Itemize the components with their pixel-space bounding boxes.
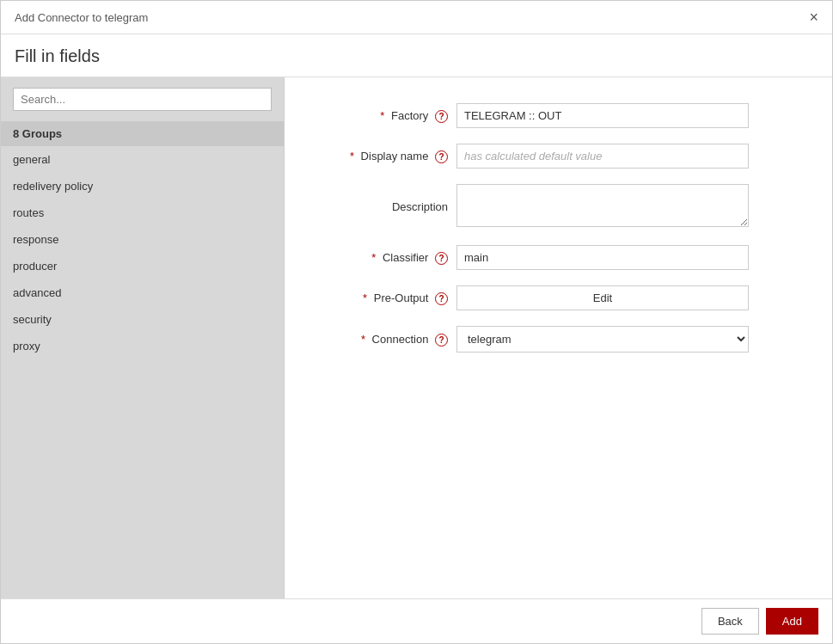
sidebar-item-proxy[interactable]: proxy: [1, 333, 284, 359]
factory-required-star: *: [380, 109, 384, 122]
classifier-help-icon[interactable]: ?: [435, 252, 448, 265]
modal-footer: Back Add: [1, 598, 832, 643]
sidebar-item-redelivery-policy[interactable]: redelivery policy: [1, 173, 284, 199]
factory-label: * Factory ?: [319, 109, 456, 123]
classifier-input[interactable]: [456, 245, 749, 270]
classifier-required-star: *: [371, 251, 376, 264]
connection-label: * Connection ?: [319, 333, 456, 347]
description-label: Description: [319, 200, 456, 213]
pre-output-required-star: *: [363, 291, 367, 304]
connection-control: telegram: [456, 326, 749, 353]
main-content: * Factory ? * Display name ?: [285, 77, 832, 598]
modal-body: 8 Groups general redelivery policy route…: [1, 77, 832, 598]
display-name-label: * Display name ?: [319, 150, 456, 163]
display-name-help-icon[interactable]: ?: [435, 150, 448, 163]
sidebar-item-security[interactable]: security: [1, 306, 284, 333]
description-row: Description: [319, 184, 798, 230]
page-title: Fill in fields: [15, 46, 818, 66]
pre-output-edit-button[interactable]: Edit: [456, 285, 749, 310]
pre-output-help-icon[interactable]: ?: [435, 292, 448, 305]
description-textarea[interactable]: [456, 184, 749, 227]
factory-control: [456, 103, 749, 128]
modal-container: Add Connector to telegram × Fill in fiel…: [0, 0, 833, 644]
connection-select[interactable]: telegram: [456, 326, 749, 353]
connection-row: * Connection ? telegram: [319, 326, 798, 353]
sidebar-item-producer[interactable]: producer: [1, 253, 284, 279]
sidebar-item-general[interactable]: general: [1, 146, 284, 173]
display-name-row: * Display name ?: [319, 144, 798, 169]
connection-help-icon[interactable]: ?: [435, 334, 448, 347]
factory-row: * Factory ?: [319, 103, 798, 128]
sidebar-item-advanced[interactable]: advanced: [1, 279, 284, 306]
sidebar-item-routes[interactable]: routes: [1, 199, 284, 226]
close-button[interactable]: ×: [809, 9, 818, 25]
display-name-required-star: *: [350, 150, 354, 163]
connection-required-star: *: [361, 333, 365, 346]
display-name-input[interactable]: [456, 144, 749, 169]
pre-output-row: * Pre-Output ? Edit: [319, 285, 798, 310]
pre-output-label: * Pre-Output ?: [319, 291, 456, 305]
classifier-control: [456, 245, 749, 270]
description-control: [456, 184, 749, 230]
factory-input[interactable]: [456, 103, 749, 128]
display-name-control: [456, 144, 749, 169]
search-wrapper: [1, 77, 284, 121]
sidebar: 8 Groups general redelivery policy route…: [1, 77, 285, 598]
groups-label: 8 Groups: [1, 121, 284, 146]
back-button[interactable]: Back: [701, 608, 759, 635]
factory-help-icon[interactable]: ?: [435, 110, 448, 123]
sidebar-item-response[interactable]: response: [1, 226, 284, 253]
modal-subheader: Fill in fields: [1, 34, 832, 77]
modal-title: Add Connector to telegram: [15, 11, 148, 24]
pre-output-control: Edit: [456, 285, 749, 310]
add-button[interactable]: Add: [766, 608, 818, 635]
search-input[interactable]: [13, 88, 272, 111]
classifier-label: * Classifier ?: [319, 251, 456, 265]
classifier-row: * Classifier ?: [319, 245, 798, 270]
modal-header: Add Connector to telegram ×: [1, 1, 832, 34]
